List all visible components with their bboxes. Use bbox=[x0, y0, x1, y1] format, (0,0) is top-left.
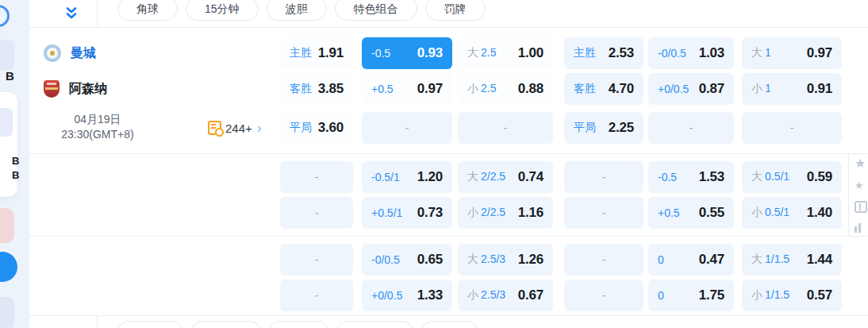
next-match-tab-5[interactable] bbox=[421, 321, 478, 328]
odds-label: 大2/2.5 bbox=[467, 170, 505, 184]
odds-value: 1.33 bbox=[417, 287, 443, 303]
odds-label: 大2.5/3 bbox=[467, 253, 505, 267]
more-odds-link[interactable]: 244+ › bbox=[208, 112, 262, 144]
manchester-city-badge-icon bbox=[44, 44, 61, 62]
odds-cell-r3-c4[interactable]: 平局2.25 bbox=[564, 112, 643, 144]
floating-action-button[interactable] bbox=[0, 252, 17, 282]
odds-cell-r7-c2[interactable]: +0/0.51.33 bbox=[362, 280, 452, 311]
odds-cell-r3-c1[interactable]: 平局3.60 bbox=[280, 112, 353, 144]
odds-list-icon bbox=[208, 121, 221, 135]
odds-cell-r2-c5[interactable]: +0/0.50.87 bbox=[648, 73, 734, 105]
odds-cell-r4-c1[interactable]: - bbox=[280, 161, 353, 193]
odds-cell-r7-c3[interactable]: 小2.5/30.67 bbox=[458, 280, 553, 311]
screen-icon[interactable] bbox=[855, 201, 867, 213]
odds-cell-r7-c5[interactable]: 01.75 bbox=[648, 280, 734, 311]
odds-cell-r3-c5[interactable]: - bbox=[648, 112, 734, 144]
odds-cell-r3-c6[interactable]: - bbox=[742, 112, 842, 144]
odds-label: 客胜 bbox=[290, 82, 312, 96]
odds-cell-r6-c3[interactable]: 大2.5/31.26 bbox=[458, 244, 553, 276]
odds-cell-r5-c6[interactable]: 小0.5/11.40 bbox=[742, 197, 842, 229]
odds-value: 0.59 bbox=[807, 169, 832, 185]
odds-label: -0.5/1 bbox=[371, 171, 400, 183]
sidebar-partial-label: B bbox=[12, 155, 19, 167]
away-team-row[interactable]: 阿森纳 bbox=[44, 73, 107, 105]
odds-cell-r1-c3[interactable]: 大2.51.00 bbox=[458, 37, 553, 69]
odds-value: 0.93 bbox=[417, 45, 443, 61]
odds-cell-r4-c2[interactable]: -0.5/11.20 bbox=[362, 161, 452, 193]
odds-cell-r7-c4[interactable]: - bbox=[564, 280, 643, 311]
odds-cell-r4-c4[interactable]: - bbox=[564, 161, 643, 193]
odds-cell-r6-c5[interactable]: 00.47 bbox=[648, 244, 734, 276]
odds-value: 1.40 bbox=[807, 205, 832, 221]
odds-cell-r2-c3[interactable]: 小2.50.88 bbox=[458, 73, 553, 105]
next-match-tab-3[interactable] bbox=[269, 321, 328, 328]
odds-label: -0/0.5 bbox=[658, 47, 686, 60]
odds-label: -0.5 bbox=[371, 47, 390, 60]
next-match-tab-2[interactable] bbox=[191, 321, 261, 328]
odds-value: 1.44 bbox=[807, 252, 832, 268]
odds-value: 4.70 bbox=[609, 81, 634, 97]
home-team-name: 曼城 bbox=[71, 45, 96, 62]
home-team-row[interactable]: 曼城 bbox=[44, 37, 96, 69]
odds-label: 大1/1.5 bbox=[751, 253, 789, 267]
odds-cell-r2-c4[interactable]: 客胜4.70 bbox=[564, 73, 643, 105]
odds-cell-r5-c1[interactable]: - bbox=[280, 197, 353, 229]
odds-value: 1.53 bbox=[699, 169, 724, 185]
odds-cell-r1-c4[interactable]: 主胜2.53 bbox=[564, 37, 643, 69]
match-date: 04月19日 bbox=[38, 112, 157, 127]
odds-label: 平局 bbox=[290, 121, 312, 135]
odds-label: 客胜 bbox=[574, 82, 596, 96]
market-tabs: 角球15分钟波胆特色组合罚牌 bbox=[117, 0, 486, 21]
odds-cell-r1-c2[interactable]: -0.50.93 bbox=[362, 37, 452, 69]
divider-vertical bbox=[848, 154, 849, 236]
odds-cell-r4-c3[interactable]: 大2/2.50.74 bbox=[458, 161, 553, 193]
market-tab-2[interactable]: 15分钟 bbox=[186, 0, 259, 21]
odds-cell-r1-c6[interactable]: 大10.97 bbox=[742, 37, 842, 69]
odds-value: 2.53 bbox=[609, 45, 634, 61]
odds-label: 小1/1.5 bbox=[751, 288, 789, 303]
odds-cell-r4-c5[interactable]: -0.51.53 bbox=[648, 161, 734, 193]
odds-cell-r7-c6[interactable]: 小1/1.50.57 bbox=[742, 280, 842, 311]
sidebar-item-block bbox=[0, 40, 14, 70]
odds-value: 1.91 bbox=[318, 45, 344, 61]
star-icon[interactable]: ★ bbox=[855, 157, 866, 170]
odds-cell-r3-c3[interactable]: - bbox=[458, 112, 553, 144]
star-icon[interactable]: ★ bbox=[855, 180, 864, 191]
market-tab-1[interactable]: 角球 bbox=[117, 0, 178, 21]
odds-cell-r4-c6[interactable]: 大0.5/10.59 bbox=[742, 161, 842, 193]
odds-label: 小2/2.5 bbox=[467, 206, 505, 220]
odds-cell-r7-c1[interactable]: - bbox=[280, 280, 353, 311]
odds-cell-r2-c2[interactable]: +0.50.97 bbox=[362, 73, 452, 105]
odds-label: 平局 bbox=[574, 121, 596, 135]
odds-label: 大0.5/1 bbox=[751, 170, 789, 184]
odds-cell-r1-c5[interactable]: -0/0.51.03 bbox=[648, 37, 734, 69]
market-tab-5[interactable]: 罚牌 bbox=[425, 0, 486, 21]
odds-value: 0.97 bbox=[417, 81, 443, 97]
match-time: 23:30(GMT+8) bbox=[38, 127, 157, 142]
next-match-tabs-cutoff bbox=[117, 321, 478, 328]
odds-cell-r6-c1[interactable]: - bbox=[280, 244, 353, 276]
odds-value: 0.74 bbox=[518, 169, 543, 185]
odds-value: 2.25 bbox=[609, 120, 634, 136]
market-tab-4[interactable]: 特色组合 bbox=[335, 0, 417, 21]
odds-cell-r5-c3[interactable]: 小2/2.51.16 bbox=[458, 197, 553, 229]
odds-label: 0 bbox=[658, 253, 664, 266]
bar-chart-icon[interactable] bbox=[855, 223, 861, 233]
odds-cell-r2-c1[interactable]: 客胜3.85 bbox=[280, 73, 353, 105]
odds-cell-r6-c2[interactable]: -0/0.50.65 bbox=[362, 244, 452, 276]
odds-value: 0.55 bbox=[699, 205, 724, 221]
odds-cell-r6-c6[interactable]: 大1/1.51.44 bbox=[742, 244, 842, 276]
odds-cell-r5-c5[interactable]: +0.50.55 bbox=[648, 197, 734, 229]
odds-cell-r2-c6[interactable]: 小10.91 bbox=[742, 73, 842, 105]
circle-decoration bbox=[0, 5, 10, 27]
collapse-button[interactable] bbox=[46, 0, 98, 27]
odds-cell-r5-c4[interactable]: - bbox=[564, 197, 643, 229]
odds-cell-r1-c1[interactable]: 主胜1.91 bbox=[280, 37, 353, 69]
next-match-tab-1[interactable] bbox=[117, 321, 183, 328]
odds-cell-r3-c2[interactable]: - bbox=[362, 112, 452, 144]
odds-cell-r5-c2[interactable]: +0.5/10.73 bbox=[362, 197, 452, 229]
market-tab-3[interactable]: 波胆 bbox=[267, 0, 327, 21]
odds-cell-r6-c4[interactable]: - bbox=[564, 244, 643, 276]
next-match-tab-4[interactable] bbox=[336, 321, 413, 328]
sidebar-item-block bbox=[0, 297, 14, 328]
